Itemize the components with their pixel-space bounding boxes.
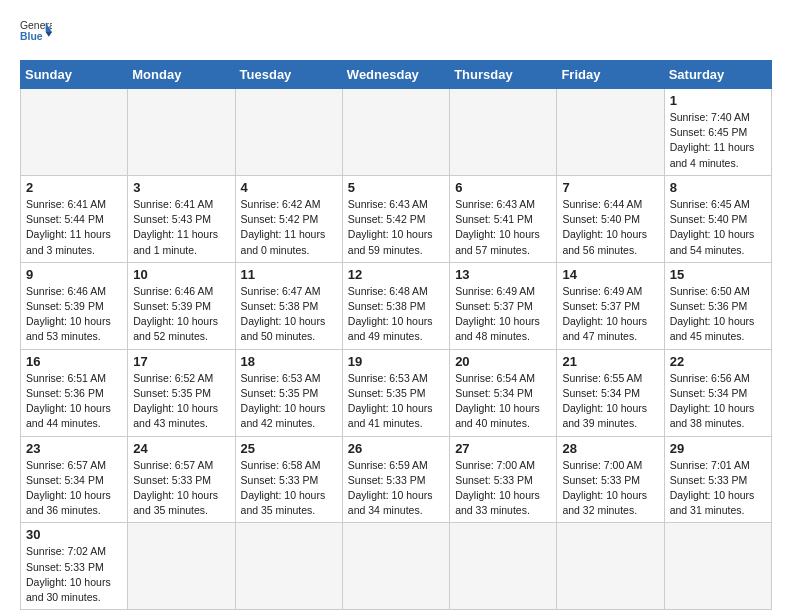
day-info: Sunrise: 6:49 AMSunset: 5:37 PMDaylight:…	[562, 284, 658, 345]
day-number: 24	[133, 441, 229, 456]
day-number: 15	[670, 267, 766, 282]
weekday-header-friday: Friday	[557, 61, 664, 89]
day-info: Sunrise: 6:51 AMSunset: 5:36 PMDaylight:…	[26, 371, 122, 432]
day-number: 9	[26, 267, 122, 282]
calendar-cell: 22Sunrise: 6:56 AMSunset: 5:34 PMDayligh…	[664, 349, 771, 436]
day-number: 28	[562, 441, 658, 456]
calendar-cell: 16Sunrise: 6:51 AMSunset: 5:36 PMDayligh…	[21, 349, 128, 436]
day-info: Sunrise: 6:42 AMSunset: 5:42 PMDaylight:…	[241, 197, 337, 258]
calendar-cell: 7Sunrise: 6:44 AMSunset: 5:40 PMDaylight…	[557, 175, 664, 262]
calendar-cell: 2Sunrise: 6:41 AMSunset: 5:44 PMDaylight…	[21, 175, 128, 262]
day-number: 8	[670, 180, 766, 195]
weekday-header-saturday: Saturday	[664, 61, 771, 89]
week-row-1: 1Sunrise: 7:40 AMSunset: 6:45 PMDaylight…	[21, 89, 772, 176]
day-info: Sunrise: 6:47 AMSunset: 5:38 PMDaylight:…	[241, 284, 337, 345]
day-info: Sunrise: 6:57 AMSunset: 5:34 PMDaylight:…	[26, 458, 122, 519]
calendar-cell	[557, 523, 664, 610]
calendar-cell: 11Sunrise: 6:47 AMSunset: 5:38 PMDayligh…	[235, 262, 342, 349]
calendar-cell	[664, 523, 771, 610]
week-row-3: 9Sunrise: 6:46 AMSunset: 5:39 PMDaylight…	[21, 262, 772, 349]
weekday-header-row: SundayMondayTuesdayWednesdayThursdayFrid…	[21, 61, 772, 89]
day-info: Sunrise: 6:58 AMSunset: 5:33 PMDaylight:…	[241, 458, 337, 519]
day-number: 26	[348, 441, 444, 456]
day-number: 5	[348, 180, 444, 195]
day-info: Sunrise: 6:43 AMSunset: 5:41 PMDaylight:…	[455, 197, 551, 258]
calendar-cell: 9Sunrise: 6:46 AMSunset: 5:39 PMDaylight…	[21, 262, 128, 349]
day-number: 11	[241, 267, 337, 282]
day-info: Sunrise: 6:50 AMSunset: 5:36 PMDaylight:…	[670, 284, 766, 345]
day-info: Sunrise: 6:41 AMSunset: 5:44 PMDaylight:…	[26, 197, 122, 258]
calendar-cell: 20Sunrise: 6:54 AMSunset: 5:34 PMDayligh…	[450, 349, 557, 436]
day-info: Sunrise: 7:40 AMSunset: 6:45 PMDaylight:…	[670, 110, 766, 171]
week-row-6: 30Sunrise: 7:02 AMSunset: 5:33 PMDayligh…	[21, 523, 772, 610]
calendar-cell	[450, 523, 557, 610]
day-info: Sunrise: 6:52 AMSunset: 5:35 PMDaylight:…	[133, 371, 229, 432]
calendar-cell: 4Sunrise: 6:42 AMSunset: 5:42 PMDaylight…	[235, 175, 342, 262]
calendar-cell: 23Sunrise: 6:57 AMSunset: 5:34 PMDayligh…	[21, 436, 128, 523]
day-info: Sunrise: 6:44 AMSunset: 5:40 PMDaylight:…	[562, 197, 658, 258]
calendar-cell: 28Sunrise: 7:00 AMSunset: 5:33 PMDayligh…	[557, 436, 664, 523]
calendar-cell: 1Sunrise: 7:40 AMSunset: 6:45 PMDaylight…	[664, 89, 771, 176]
week-row-4: 16Sunrise: 6:51 AMSunset: 5:36 PMDayligh…	[21, 349, 772, 436]
day-info: Sunrise: 6:53 AMSunset: 5:35 PMDaylight:…	[241, 371, 337, 432]
day-number: 27	[455, 441, 551, 456]
weekday-header-wednesday: Wednesday	[342, 61, 449, 89]
day-info: Sunrise: 7:02 AMSunset: 5:33 PMDaylight:…	[26, 544, 122, 605]
day-info: Sunrise: 6:56 AMSunset: 5:34 PMDaylight:…	[670, 371, 766, 432]
calendar-cell	[235, 523, 342, 610]
calendar-cell: 21Sunrise: 6:55 AMSunset: 5:34 PMDayligh…	[557, 349, 664, 436]
calendar-cell: 13Sunrise: 6:49 AMSunset: 5:37 PMDayligh…	[450, 262, 557, 349]
weekday-header-monday: Monday	[128, 61, 235, 89]
day-number: 18	[241, 354, 337, 369]
day-info: Sunrise: 6:59 AMSunset: 5:33 PMDaylight:…	[348, 458, 444, 519]
svg-text:Blue: Blue	[20, 31, 43, 42]
day-number: 20	[455, 354, 551, 369]
calendar-cell: 19Sunrise: 6:53 AMSunset: 5:35 PMDayligh…	[342, 349, 449, 436]
day-info: Sunrise: 6:54 AMSunset: 5:34 PMDaylight:…	[455, 371, 551, 432]
day-info: Sunrise: 6:49 AMSunset: 5:37 PMDaylight:…	[455, 284, 551, 345]
day-number: 21	[562, 354, 658, 369]
day-info: Sunrise: 6:46 AMSunset: 5:39 PMDaylight:…	[133, 284, 229, 345]
day-info: Sunrise: 6:57 AMSunset: 5:33 PMDaylight:…	[133, 458, 229, 519]
calendar-cell	[128, 89, 235, 176]
day-info: Sunrise: 6:46 AMSunset: 5:39 PMDaylight:…	[26, 284, 122, 345]
header: General Blue	[20, 16, 772, 48]
calendar-page: General Blue SundayMondayTuesdayWednesda…	[0, 0, 792, 612]
calendar-cell: 24Sunrise: 6:57 AMSunset: 5:33 PMDayligh…	[128, 436, 235, 523]
calendar-cell: 25Sunrise: 6:58 AMSunset: 5:33 PMDayligh…	[235, 436, 342, 523]
calendar-cell: 12Sunrise: 6:48 AMSunset: 5:38 PMDayligh…	[342, 262, 449, 349]
day-number: 3	[133, 180, 229, 195]
calendar-cell: 27Sunrise: 7:00 AMSunset: 5:33 PMDayligh…	[450, 436, 557, 523]
calendar-table: SundayMondayTuesdayWednesdayThursdayFrid…	[20, 60, 772, 610]
calendar-cell: 30Sunrise: 7:02 AMSunset: 5:33 PMDayligh…	[21, 523, 128, 610]
calendar-cell	[21, 89, 128, 176]
day-number: 1	[670, 93, 766, 108]
day-number: 4	[241, 180, 337, 195]
calendar-cell	[450, 89, 557, 176]
calendar-cell	[342, 89, 449, 176]
day-number: 19	[348, 354, 444, 369]
weekday-header-sunday: Sunday	[21, 61, 128, 89]
day-number: 17	[133, 354, 229, 369]
weekday-header-thursday: Thursday	[450, 61, 557, 89]
logo-icon: General Blue	[20, 16, 52, 48]
logo: General Blue	[20, 16, 60, 48]
calendar-cell: 6Sunrise: 6:43 AMSunset: 5:41 PMDaylight…	[450, 175, 557, 262]
calendar-cell	[128, 523, 235, 610]
calendar-cell: 26Sunrise: 6:59 AMSunset: 5:33 PMDayligh…	[342, 436, 449, 523]
day-info: Sunrise: 6:48 AMSunset: 5:38 PMDaylight:…	[348, 284, 444, 345]
day-number: 22	[670, 354, 766, 369]
day-info: Sunrise: 6:55 AMSunset: 5:34 PMDaylight:…	[562, 371, 658, 432]
day-info: Sunrise: 6:41 AMSunset: 5:43 PMDaylight:…	[133, 197, 229, 258]
week-row-2: 2Sunrise: 6:41 AMSunset: 5:44 PMDaylight…	[21, 175, 772, 262]
day-number: 10	[133, 267, 229, 282]
day-number: 2	[26, 180, 122, 195]
calendar-cell	[557, 89, 664, 176]
week-row-5: 23Sunrise: 6:57 AMSunset: 5:34 PMDayligh…	[21, 436, 772, 523]
calendar-cell: 8Sunrise: 6:45 AMSunset: 5:40 PMDaylight…	[664, 175, 771, 262]
calendar-cell	[342, 523, 449, 610]
calendar-cell: 10Sunrise: 6:46 AMSunset: 5:39 PMDayligh…	[128, 262, 235, 349]
day-number: 7	[562, 180, 658, 195]
weekday-header-tuesday: Tuesday	[235, 61, 342, 89]
calendar-cell: 5Sunrise: 6:43 AMSunset: 5:42 PMDaylight…	[342, 175, 449, 262]
